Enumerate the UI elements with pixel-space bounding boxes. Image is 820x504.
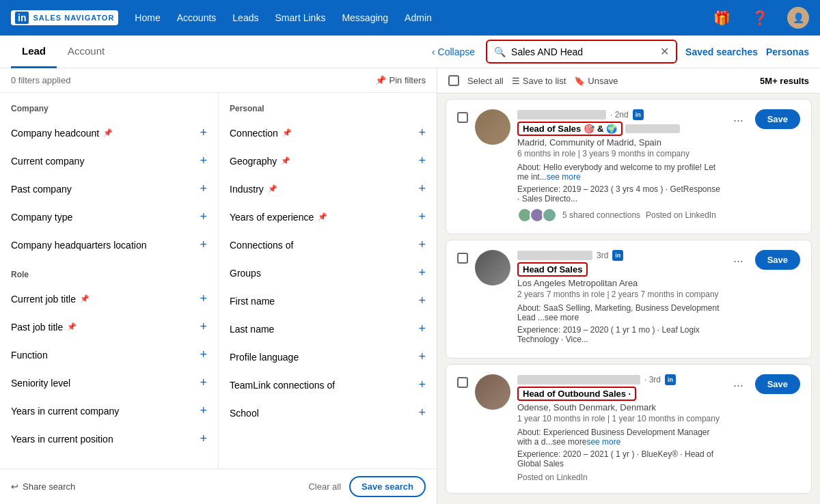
filter-school[interactable]: School +	[219, 399, 437, 427]
add-icon[interactable]: +	[200, 182, 207, 196]
save-button-1[interactable]: Save	[755, 109, 800, 129]
collapse-button[interactable]: ‹ Collapse	[432, 46, 475, 57]
filter-current-company[interactable]: Current company +	[0, 147, 218, 175]
card-checkbox-2[interactable]	[457, 253, 468, 264]
add-icon[interactable]: +	[200, 376, 207, 390]
logo[interactable]: in SALES NAVIGATOR	[11, 10, 118, 25]
add-icon[interactable]: +	[418, 182, 426, 196]
personal-column: Personal Connection 📌 + Geography 📌 +	[219, 93, 437, 468]
save-button-3[interactable]: Save	[755, 374, 800, 394]
tab-account[interactable]: Account	[57, 36, 115, 68]
save-to-list-button[interactable]: ☰ Save to list	[512, 76, 566, 86]
add-icon[interactable]: +	[200, 432, 207, 446]
tab-lead[interactable]: Lead	[11, 36, 57, 68]
see-more-about-1[interactable]: see more	[547, 172, 581, 182]
add-icon[interactable]: +	[418, 210, 426, 224]
card-degree-3: · 3rd	[644, 375, 661, 384]
search-box-container: 🔍 Sales AND Head ✕	[486, 40, 677, 64]
nav-admin-link[interactable]: Admin	[405, 10, 432, 26]
nav-accounts-link[interactable]: Accounts	[177, 10, 217, 26]
connections-text-1: 5 shared connections	[562, 210, 640, 220]
card-checkbox-1[interactable]	[457, 112, 468, 123]
filter-company-type[interactable]: Company type +	[0, 203, 218, 231]
profile-language-label: Profile language	[230, 352, 299, 363]
filter-last-name[interactable]: Last name +	[219, 315, 437, 343]
card-connections-row-3: Posted on LinkedIn	[517, 473, 721, 482]
more-options-button-1[interactable]: ···	[728, 109, 750, 131]
nav-home-link[interactable]: Home	[135, 10, 160, 26]
filter-teamlink-connections[interactable]: TeamLink connections of +	[219, 371, 437, 399]
filter-years-in-company[interactable]: Years in current company +	[0, 397, 218, 425]
add-icon[interactable]: +	[200, 348, 207, 362]
results-header: Select all ☰ Save to list 🔖 Unsave 5M+ r…	[437, 68, 820, 94]
select-all-label[interactable]: Select all	[467, 76, 504, 86]
add-icon[interactable]: +	[418, 378, 426, 392]
add-icon[interactable]: +	[418, 266, 426, 280]
add-icon[interactable]: +	[200, 404, 207, 418]
share-search-button[interactable]: ↩ Share search	[11, 481, 75, 492]
filter-company-hq-location[interactable]: Company headquarters location +	[0, 231, 218, 259]
add-icon[interactable]: +	[200, 292, 207, 306]
filter-groups[interactable]: Groups +	[219, 259, 437, 287]
filter-connections-of[interactable]: Connections of +	[219, 231, 437, 259]
card-name-row-3: · 3rd in	[517, 374, 721, 385]
add-icon[interactable]: +	[418, 406, 426, 420]
filter-industry[interactable]: Industry 📌 +	[219, 175, 437, 203]
filter-function[interactable]: Function +	[0, 341, 218, 369]
add-icon[interactable]: +	[418, 238, 426, 252]
filter-seniority-level[interactable]: Seniority level +	[0, 369, 218, 397]
add-icon[interactable]: +	[200, 154, 207, 168]
help-icon[interactable]: ❓	[749, 7, 771, 29]
tab-bar: Lead Account ‹ Collapse 🔍 Sales AND Head…	[0, 36, 820, 68]
filter-years-in-position[interactable]: Years in current position +	[0, 425, 218, 453]
more-options-button-3[interactable]: ···	[728, 374, 750, 396]
person-avatar-1	[475, 109, 510, 145]
search-clear-button[interactable]: ✕	[660, 45, 669, 58]
add-icon[interactable]: +	[200, 210, 207, 224]
saved-searches-link[interactable]: Saved searches	[685, 46, 758, 57]
left-filter-panel: 0 filters applied 📌 Pin filters Company …	[0, 68, 437, 504]
nav-smart-links-link[interactable]: Smart Links	[275, 10, 325, 26]
filter-geography[interactable]: Geography 📌 +	[219, 147, 437, 175]
add-icon[interactable]: +	[418, 322, 426, 336]
connection-label: Connection	[230, 128, 278, 139]
see-more-about-3[interactable]: see more	[586, 437, 620, 447]
company-type-label: Company type	[11, 212, 72, 223]
add-icon[interactable]: +	[418, 350, 426, 364]
filter-profile-language[interactable]: Profile language +	[219, 343, 437, 371]
add-icon[interactable]: +	[200, 238, 207, 252]
card-experience-3: Experience: 2020 – 2021 ( 1 yr ) · BlueK…	[517, 449, 721, 468]
save-search-button[interactable]: Save search	[349, 476, 426, 497]
filter-past-job-title[interactable]: Past job title 📌 +	[0, 313, 218, 341]
clear-all-button[interactable]: Clear all	[308, 481, 341, 492]
card-actions-3: ··· Save	[728, 374, 800, 396]
nav-messaging-link[interactable]: Messaging	[342, 10, 388, 26]
more-options-button-2[interactable]: ···	[728, 250, 750, 272]
filter-connection[interactable]: Connection 📌 +	[219, 119, 437, 147]
card-checkbox-3[interactable]	[457, 377, 468, 388]
filter-current-job-title[interactable]: Current job title 📌 +	[0, 285, 218, 313]
pin-icon-small: 📌	[268, 184, 277, 193]
filter-years-of-experience[interactable]: Years of experience 📌 +	[219, 203, 437, 231]
filter-past-company[interactable]: Past company +	[0, 175, 218, 203]
search-input[interactable]: Sales AND Head	[511, 46, 655, 57]
conn-avatar-c	[542, 208, 557, 223]
add-icon[interactable]: +	[418, 126, 426, 140]
filter-first-name[interactable]: First name +	[219, 287, 437, 315]
filter-company-headcount[interactable]: Company headcount 📌 +	[0, 119, 218, 147]
personas-link[interactable]: Personas	[766, 46, 809, 57]
nav-leads-link[interactable]: Leads	[232, 10, 258, 26]
pin-filters-button[interactable]: 📌 Pin filters	[375, 75, 426, 85]
select-all-checkbox[interactable]	[448, 75, 459, 86]
add-icon[interactable]: +	[200, 126, 207, 140]
card-title-text-1: Head of Sales	[523, 124, 581, 134]
unsave-button[interactable]: 🔖 Unsave	[574, 76, 618, 86]
gift-icon[interactable]: 🎁	[711, 7, 733, 29]
add-icon[interactable]: +	[418, 154, 426, 168]
user-avatar[interactable]: 👤	[787, 7, 809, 29]
add-icon[interactable]: +	[418, 294, 426, 308]
card-title-badge-1: Head of Sales 🎯 & 🌍	[517, 122, 623, 136]
card-title-row-3: Head of Outbound Sales ·	[517, 387, 721, 401]
save-button-2[interactable]: Save	[755, 250, 800, 270]
add-icon[interactable]: +	[200, 320, 207, 334]
